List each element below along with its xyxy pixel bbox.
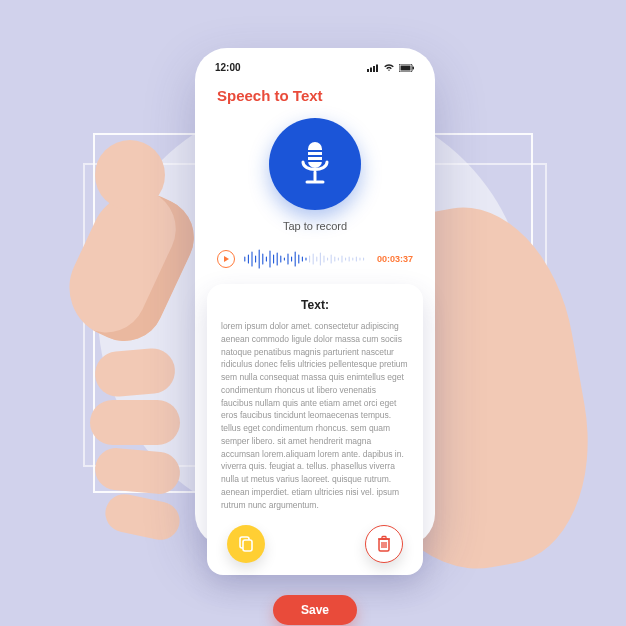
status-bar: 12:00 <box>211 60 419 79</box>
svg-rect-0 <box>367 69 369 72</box>
audio-waveform[interactable] <box>243 248 369 270</box>
svg-rect-8 <box>308 150 322 152</box>
wifi-icon <box>383 63 395 72</box>
svg-rect-54 <box>382 537 386 540</box>
microphone-icon <box>295 140 335 188</box>
play-button[interactable] <box>217 250 235 268</box>
svg-rect-1 <box>370 67 372 72</box>
status-time: 12:00 <box>215 62 241 73</box>
transcript-card: Text: lorem ipsum dolor amet. consectetu… <box>207 284 423 575</box>
transcript-body: lorem ipsum dolor amet. consectetur adip… <box>221 320 409 511</box>
svg-rect-6 <box>413 66 415 69</box>
signal-icon <box>367 64 379 72</box>
svg-rect-10 <box>308 160 322 162</box>
svg-rect-5 <box>401 65 411 70</box>
playback-timestamp: 00:03:37 <box>377 254 413 264</box>
phone-frame: 12:00 Speech to Text Tap to record <box>195 48 435 546</box>
svg-rect-2 <box>373 66 375 72</box>
delete-button[interactable] <box>365 525 403 563</box>
tap-to-record-label: Tap to record <box>283 220 347 232</box>
status-icons <box>367 63 415 72</box>
trash-icon <box>376 535 392 553</box>
transcript-heading: Text: <box>221 298 409 312</box>
copy-button[interactable] <box>227 525 265 563</box>
record-button[interactable] <box>269 118 361 210</box>
app-title: Speech to Text <box>217 87 419 104</box>
copy-icon <box>237 535 255 553</box>
svg-rect-3 <box>376 64 378 72</box>
save-button[interactable]: Save <box>273 595 357 625</box>
playback-row: 00:03:37 <box>217 248 413 270</box>
svg-rect-48 <box>243 540 252 551</box>
battery-icon <box>399 64 415 72</box>
svg-rect-9 <box>308 155 322 157</box>
